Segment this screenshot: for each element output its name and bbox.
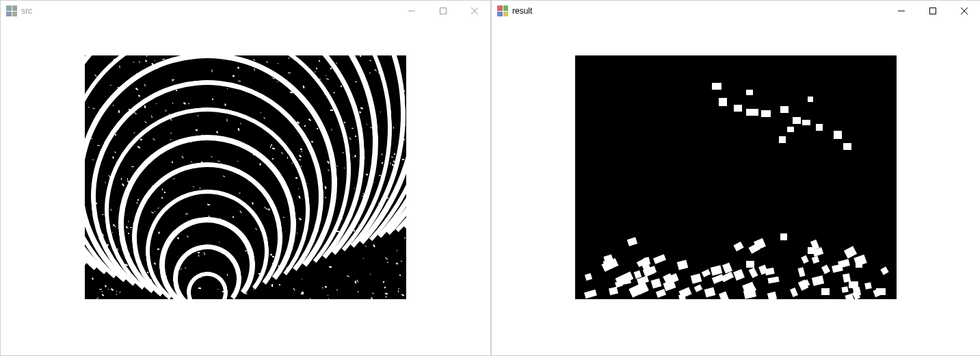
app-icon [497,5,508,16]
minimize-button[interactable] [886,1,917,21]
maximize-icon [440,8,447,14]
app-icon [6,5,17,16]
maximize-icon [929,8,936,14]
svg-rect-1 [930,8,936,14]
titlebar-result[interactable]: result [492,1,980,21]
svg-rect-0 [440,8,447,14]
window-title: src [21,6,32,16]
close-icon [471,8,478,14]
maximize-button[interactable] [427,1,459,21]
content-area-result [492,21,980,355]
window-controls [396,1,490,21]
maximize-button[interactable] [917,1,949,21]
src-image [85,55,406,299]
content-area-src [1,21,490,355]
close-button[interactable] [459,1,490,21]
close-icon [961,8,968,14]
window-controls [886,1,980,21]
close-button[interactable] [949,1,980,21]
result-image [575,55,897,299]
window-title: result [512,6,532,16]
window-result: result [491,0,980,356]
minimize-button[interactable] [396,1,427,21]
titlebar-src[interactable]: src [1,1,490,21]
minimize-icon [898,8,905,14]
window-src: src [0,0,491,356]
minimize-icon [408,8,415,14]
